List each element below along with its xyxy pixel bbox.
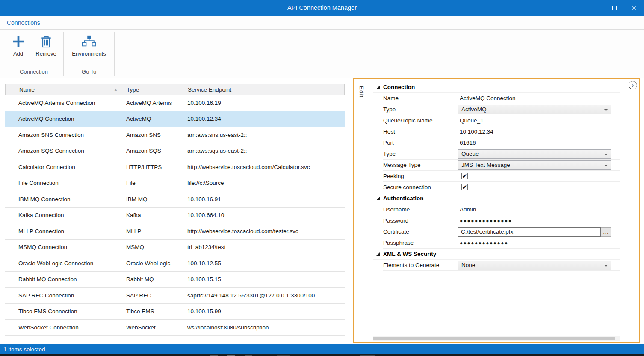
property-label: Password	[383, 215, 456, 226]
chevron-down-icon	[604, 109, 608, 111]
table-row[interactable]: Calculator ConnectionHTTP/HTTPShttp://we…	[5, 159, 345, 175]
table-row[interactable]: MLLP ConnectionMLLPhttp://webservice.tos…	[5, 223, 345, 240]
scrollbar-thumb[interactable]	[373, 337, 615, 340]
username-value[interactable]: Admin	[458, 206, 476, 213]
table-row[interactable]: ActiveMQ Artemis ConnectionActiveMQ Arte…	[5, 95, 345, 111]
cell-name: IBM MQ Connection	[5, 196, 121, 202]
tab-connections[interactable]: Connections	[7, 19, 40, 26]
column-header-endpoint[interactable]: Service Endpoint	[184, 84, 344, 95]
remove-button-label: Remove	[35, 50, 56, 57]
section-header-xml-ws-security[interactable]: XML & WS Security	[373, 249, 620, 260]
property-label: Secure connection	[383, 182, 456, 193]
table-row[interactable]: Rabbit MQ ConnectionRabbit MQ10.100.15.1…	[5, 272, 345, 288]
check-icon: ✔	[462, 184, 467, 190]
property-row: Passphrase●●●●●●●●●●●●●	[373, 237, 620, 249]
title-bar: API Connection Manager	[0, 0, 644, 16]
plus-icon	[11, 34, 26, 49]
sort-ascending-icon: ▲	[114, 88, 118, 92]
chevron-right-icon: ›	[632, 81, 634, 89]
cell-name: Amazon SNS Connection	[5, 132, 121, 138]
column-header-name[interactable]: Name ▲	[6, 84, 121, 95]
expander-icon	[376, 252, 380, 256]
section-header-authentication[interactable]: Authentication	[373, 193, 620, 204]
port-value[interactable]: 61616	[458, 139, 476, 146]
cell-endpoint: arn:aws:sqs:us-east-2::	[184, 148, 345, 154]
table-row[interactable]: IBM MQ ConnectionIBM MQ10.100.16.91	[5, 191, 345, 208]
peeking-checkbox[interactable]: ✔	[461, 173, 468, 179]
table-row[interactable]: Kafka ConnectionKafka10.100.664.10	[5, 208, 345, 224]
property-label: Type	[383, 148, 456, 160]
property-row: Message TypeJMS Text Message	[373, 160, 620, 171]
cell-type: File	[121, 180, 184, 186]
cell-endpoint: 10.100.15.99	[184, 308, 345, 314]
cell-type: ActiveMQ	[121, 116, 184, 122]
table-row[interactable]: Amazon SNS ConnectionAmazon SNSarn:aws:s…	[5, 127, 345, 143]
queue-topic-name-value[interactable]: Queue_1	[458, 117, 484, 124]
taskbar-icon	[277, 355, 290, 356]
cell-endpoint: 10.100.12.34	[184, 116, 345, 122]
table-row[interactable]: ActiveMQ ConnectionActiveMQ10.100.12.34	[5, 111, 345, 128]
expander-icon	[376, 86, 380, 89]
section-header-connection[interactable]: Connection	[373, 82, 620, 93]
column-header-type[interactable]: Type	[121, 84, 184, 95]
table-row[interactable]: File ConnectionFilefile://c:\Source	[5, 175, 345, 192]
cell-name: Tibco EMS Connection	[5, 308, 121, 314]
browse-button[interactable]: ...	[601, 227, 611, 237]
secure-connection-checkbox[interactable]: ✔	[461, 184, 468, 190]
property-value: ✔	[456, 171, 620, 182]
section-title: Connection	[383, 84, 415, 90]
host-value[interactable]: 10.100.12.34	[458, 128, 493, 135]
message-type-dropdown[interactable]: JMS Text Message	[458, 160, 611, 170]
cell-endpoint: http://webservice.toscacloud.com/Calcula…	[184, 164, 345, 170]
ribbon-group-connection: Add Remove Connection	[0, 30, 63, 78]
property-row: Secure connection✔	[373, 182, 620, 193]
property-value: Queue_1	[456, 115, 620, 126]
table-header: Name ▲ Type Service Endpoint	[5, 84, 345, 95]
cell-name: MSMQ Connection	[5, 244, 121, 250]
certificate-input[interactable]: C:\test\certificate.pfx	[458, 227, 601, 237]
cell-type: SAP RFC	[121, 292, 184, 299]
environments-icon	[81, 34, 97, 49]
table-row[interactable]: SAP RFC ConnectionSAP RFCsaprfc://149.14…	[5, 288, 345, 304]
cell-endpoint: saprfc://149.148.12.56:3301@127.0.0.1:33…	[184, 292, 345, 299]
passphrase-value[interactable]: ●●●●●●●●●●●●●	[458, 240, 508, 246]
taskbar-icon	[227, 355, 235, 356]
table-row[interactable]: MSMQ ConnectionMSMQtri_ab1234\test	[5, 240, 345, 256]
cell-type: Amazon SQS	[121, 148, 184, 154]
cell-name: Oracle WebLogic Connection	[5, 260, 121, 267]
minimize-icon	[593, 8, 597, 8]
property-value: None	[456, 260, 620, 271]
maximize-button[interactable]	[605, 0, 624, 16]
horizontal-scrollbar[interactable]	[373, 336, 620, 341]
add-button[interactable]: Add	[4, 32, 32, 57]
status-bar: 1 items selected	[0, 344, 644, 354]
property-label: Peeking	[383, 171, 456, 182]
property-value: JMS Text Message	[456, 160, 620, 171]
window-controls	[585, 0, 644, 16]
name-value[interactable]: ActiveMQ Connection	[458, 95, 516, 101]
elements-to-generate-dropdown[interactable]: None	[458, 261, 611, 270]
table-row[interactable]: Oracle WebLogic ConnectionOracle WebLogi…	[5, 255, 345, 272]
dropdown-value: None	[461, 262, 475, 268]
expander-icon	[376, 197, 380, 200]
minimize-button[interactable]	[585, 0, 605, 16]
password-value[interactable]: ●●●●●●●●●●●●●●	[458, 218, 512, 224]
close-button[interactable]	[624, 0, 644, 16]
environments-button[interactable]: Environments	[68, 32, 110, 57]
maximize-icon	[612, 6, 617, 10]
remove-button[interactable]: Remove	[32, 32, 60, 57]
column-header-name-label: Name	[19, 86, 35, 93]
trash-icon	[38, 34, 54, 49]
collapse-panel-button[interactable]: ›	[629, 81, 637, 89]
type-dropdown[interactable]: ActiveMQ	[458, 105, 611, 114]
column-header-type-label: Type	[127, 86, 139, 93]
type-dropdown[interactable]: Queue	[458, 149, 611, 159]
table-row[interactable]: Tibco EMS ConnectionTibco EMS10.100.15.9…	[5, 304, 345, 320]
cell-name: ActiveMQ Artemis Connection	[5, 100, 121, 106]
connections-table-body: ActiveMQ Artemis ConnectionActiveMQ Arte…	[5, 95, 345, 336]
table-row[interactable]: WebSocket ConnectionWebSocketws://localh…	[5, 320, 345, 336]
property-value: ActiveMQ Connection	[456, 93, 620, 104]
table-row[interactable]: Amazon SQS ConnectionAmazon SQSarn:aws:s…	[5, 143, 345, 160]
taskbar-icon	[360, 355, 375, 356]
property-value: 61616	[456, 137, 620, 148]
